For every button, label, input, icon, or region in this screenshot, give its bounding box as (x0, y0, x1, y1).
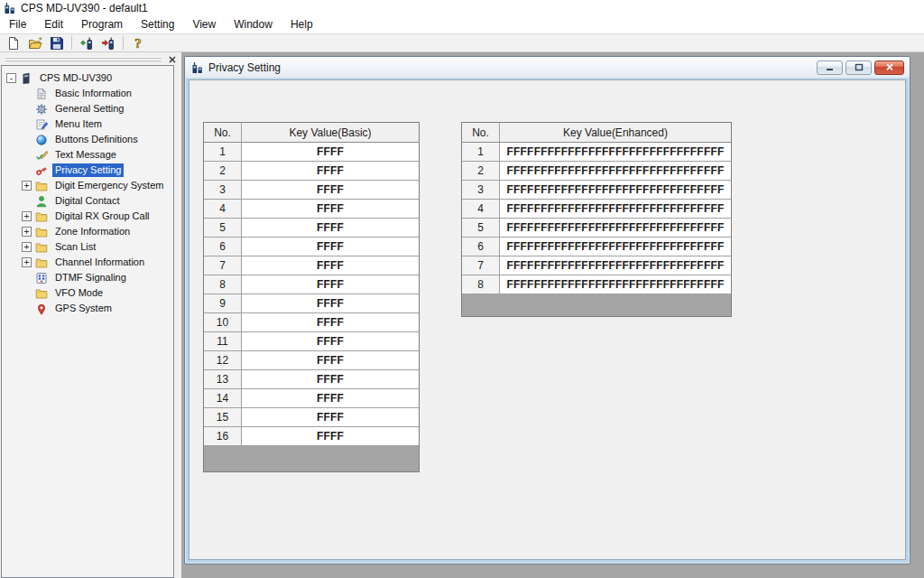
sidebar-item-dtmf-signaling[interactable]: DTMF Signaling (2, 270, 173, 285)
sidebar-item-text-message[interactable]: Text Message (2, 147, 173, 163)
sidebar-item-channel-information[interactable]: +Channel Information (2, 255, 173, 270)
menu-view[interactable]: View (183, 16, 225, 33)
key-value-cell[interactable]: FFFF (242, 219, 419, 238)
sidebar-item-vfo-mode[interactable]: VFO Mode (2, 285, 173, 301)
row-number-cell: 5 (204, 219, 242, 238)
key-value-cell[interactable]: FFFFFFFFFFFFFFFFFFFFFFFFFFFFFFFF (500, 181, 731, 200)
key-value-cell[interactable]: FFFFFFFFFFFFFFFFFFFFFFFFFFFFFFFF (500, 256, 731, 275)
device-icon (20, 72, 32, 85)
row-number-cell: 1 (462, 143, 500, 162)
read-from-radio-icon (79, 36, 94, 51)
key-value-cell[interactable]: FFFF (242, 370, 419, 389)
key-value-cell[interactable]: FFFFFFFFFFFFFFFFFFFFFFFFFFFFFFFF (500, 143, 731, 162)
close-button[interactable] (874, 61, 904, 75)
key-value-cell[interactable]: FFFFFFFFFFFFFFFFFFFFFFFFFFFFFFFF (500, 219, 731, 238)
sidebar-item-general-setting[interactable]: General Setting (2, 101, 173, 117)
menu-program[interactable]: Program (72, 16, 132, 33)
folder-icon (35, 210, 48, 223)
sidebar-item-gps-system[interactable]: GPS System (2, 301, 173, 316)
contact-icon (35, 195, 48, 208)
menu-edit[interactable]: Edit (35, 16, 72, 33)
key-value-cell[interactable]: FFFF (242, 181, 419, 200)
open-folder-icon (28, 36, 42, 51)
sidebar-item-privacy-setting[interactable]: Privacy Setting (2, 163, 173, 178)
key-value-cell[interactable]: FFFF (242, 238, 419, 256)
write-to-radio-button[interactable] (97, 34, 119, 51)
row-number-cell: 6 (204, 238, 242, 256)
new-file-button[interactable] (3, 34, 24, 51)
read-from-radio-button[interactable] (76, 34, 97, 51)
row-number-cell: 2 (204, 162, 242, 181)
maximize-button[interactable] (845, 61, 872, 75)
sidebar-item-digit-emergency-system[interactable]: +Digit Emergency System (2, 178, 173, 193)
key-value-cell[interactable]: FFFF (242, 162, 419, 181)
key-value-cell[interactable]: FFFF (242, 389, 419, 408)
tree-item-label: GPS System (52, 302, 115, 315)
key-value-cell[interactable]: FFFF (242, 200, 419, 219)
table-header-row: No.Key Value(Basic) (204, 123, 419, 143)
sidebar-tree-box: -CPS MD-UV390Basic InformationGeneral Se… (1, 65, 174, 578)
key-value-cell[interactable]: FFFFFFFFFFFFFFFFFFFFFFFFFFFFFFFF (500, 162, 731, 181)
folder-icon (35, 287, 48, 300)
sidebar-item-zone-information[interactable]: +Zone Information (2, 224, 173, 239)
key-value-cell[interactable]: FFFFFFFFFFFFFFFFFFFFFFFFFFFFFFFF (500, 238, 731, 256)
help-button[interactable]: ? (127, 34, 149, 51)
svg-text:?: ? (134, 36, 142, 51)
toolbar-separator (71, 36, 72, 50)
key-value-cell[interactable]: FFFF (242, 143, 419, 162)
sidebar-item-buttons-definitions[interactable]: Buttons Definitions (2, 132, 173, 147)
tree-item-label: Privacy Setting (52, 163, 124, 177)
key-value-cell[interactable]: FFFF (242, 408, 419, 427)
tree-item-label: DTMF Signaling (52, 271, 129, 284)
expand-icon[interactable]: + (22, 242, 32, 252)
table-row: 8FFFF (204, 275, 419, 294)
expand-icon[interactable]: + (22, 227, 32, 237)
open-file-button[interactable] (24, 34, 46, 51)
save-icon (50, 36, 64, 51)
sidebar-item-digital-rx-group-call[interactable]: +Digital RX Group Call (2, 209, 173, 224)
key-value-cell[interactable]: FFFF (242, 256, 419, 275)
sidebar-item-digital-contact[interactable]: Digital Contact (2, 193, 173, 209)
table-row: 1FFFF (204, 143, 419, 162)
app-title: CPS MD-UV390 - default1 (21, 2, 148, 14)
row-number-cell: 5 (462, 219, 500, 238)
table-row: 10FFFF (204, 313, 419, 332)
key-value-cell[interactable]: FFFFFFFFFFFFFFFFFFFFFFFFFFFFFFFF (500, 200, 731, 219)
key-value-cell[interactable]: FFFF (242, 313, 419, 332)
key-value-cell[interactable]: FFFF (242, 351, 419, 370)
expand-icon[interactable]: + (22, 211, 32, 221)
key-value-cell[interactable]: FFFF (242, 294, 419, 313)
collapse-icon[interactable]: - (6, 73, 16, 83)
sidebar-close-button[interactable] (166, 54, 178, 65)
sidebar-item-basic-information[interactable]: Basic Information (2, 86, 173, 101)
folder-icon (35, 241, 48, 254)
table-row: 5FFFF (204, 219, 419, 238)
column-header: Key Value(Basic) (242, 123, 419, 143)
table-row: 16FFFF (204, 427, 419, 446)
minimize-button[interactable] (817, 61, 843, 75)
child-window-title-bar[interactable]: Privacy Setting (185, 57, 910, 79)
key-value-cell[interactable]: FFFF (242, 332, 419, 351)
sidebar-item-scan-list[interactable]: +Scan List (2, 239, 173, 255)
table-row: 4FFFFFFFFFFFFFFFFFFFFFFFFFFFFFFFF (462, 200, 731, 219)
expand-icon[interactable]: + (22, 181, 32, 191)
table-row: 8FFFFFFFFFFFFFFFFFFFFFFFFFFFFFFFF (462, 275, 731, 294)
key-value-cell[interactable]: FFFF (242, 427, 419, 446)
menu-help[interactable]: Help (282, 16, 322, 33)
save-button[interactable] (46, 34, 68, 51)
sidebar-grip[interactable] (0, 52, 181, 64)
expand-icon[interactable]: + (22, 257, 32, 267)
sidebar-item-menu-item[interactable]: Menu Item (2, 117, 173, 132)
menu-file[interactable]: File (0, 16, 35, 33)
tree-item-label: VFO Mode (52, 286, 106, 300)
menu-page-icon (35, 118, 48, 131)
key-value-cell[interactable]: FFFFFFFFFFFFFFFFFFFFFFFFFFFFFFFF (500, 275, 731, 294)
sidebar-item-cps-md-uv390[interactable]: -CPS MD-UV390 (2, 70, 173, 86)
table-row: 7FFFF (204, 256, 419, 275)
main-area: -CPS MD-UV390Basic InformationGeneral Se… (0, 52, 924, 578)
menu-window[interactable]: Window (225, 16, 282, 33)
key-value-cell[interactable]: FFFF (242, 275, 419, 294)
row-number-cell: 4 (462, 200, 500, 219)
menu-setting[interactable]: Setting (132, 16, 183, 33)
column-header: No. (462, 123, 500, 143)
